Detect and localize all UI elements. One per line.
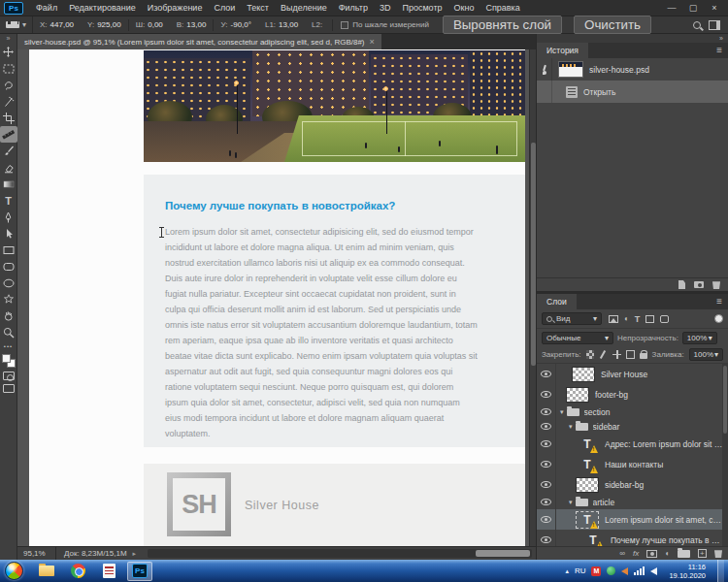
screen-mode-icon[interactable] [3,384,15,393]
lock-pixels-icon[interactable] [599,350,608,359]
zoom-tool-icon[interactable] [0,324,17,340]
layers-panel-tab[interactable]: Слои [537,294,577,309]
vertical-scrollbar[interactable] [529,49,536,546]
pen-tool-icon[interactable] [0,209,17,225]
zoom-level[interactable]: 95,1% [17,547,56,560]
taskbar-explorer[interactable] [34,562,59,581]
crop-tool-icon[interactable] [0,110,17,126]
layer-row[interactable]: T Наши контакты [537,454,728,474]
rounded-rectangle-tool-icon[interactable] [0,258,17,275]
show-desktop-button[interactable] [717,560,724,582]
history-brush-source-icon[interactable] [537,58,552,81]
new-snapshot-icon[interactable] [694,281,704,288]
move-tool-icon[interactable] [0,44,17,60]
filter-shape-layers-icon[interactable] [645,315,654,323]
panel-menu-icon[interactable]: ≡ [716,46,722,55]
lock-transparency-icon[interactable] [586,350,595,359]
menu-window[interactable]: Окно [448,3,480,13]
filter-type-layers-icon[interactable]: T [635,314,641,324]
adjustment-layer-icon[interactable]: ◐ [665,549,670,558]
layers-scrollbar[interactable] [722,364,728,546]
menu-help[interactable]: Справка [480,3,525,13]
ellipse-tool-icon[interactable] [0,275,17,291]
layer-group-row[interactable]: ▾ article [537,495,728,509]
blend-mode-dropdown[interactable]: Обычные ▾ [542,332,613,344]
visibility-eye-icon[interactable] [537,530,556,546]
toolbar-collapse-icon[interactable]: » [7,34,11,44]
layer-effects-icon[interactable]: fx [633,549,639,558]
brush-tool-icon[interactable] [0,143,17,159]
menu-select[interactable]: Выделение [275,3,333,13]
chevron-down-icon[interactable]: ▾ [569,423,573,431]
visibility-eye-icon[interactable] [537,495,556,509]
tray-green-icon[interactable] [607,566,615,575]
language-indicator[interactable]: RU [575,566,586,575]
tool-preset-picker[interactable]: ▾ [0,16,33,33]
workspace-switcher-icon[interactable] [709,20,720,30]
lock-all-icon[interactable] [640,353,647,359]
tab-close-icon[interactable]: × [370,37,375,47]
layers-scrollbar-thumb[interactable] [723,366,727,434]
new-layer-icon[interactable] [698,549,707,558]
close-icon[interactable]: × [705,2,724,15]
photoshop-app-icon[interactable]: Ps [4,2,23,15]
filter-pixel-layers-icon[interactable] [609,315,618,323]
visibility-eye-icon[interactable] [537,509,556,530]
ruler-tool-icon-selected[interactable] [0,126,17,143]
filter-adjustment-layers-icon[interactable]: ◐ [624,314,629,323]
restore-icon[interactable]: ▢ [683,2,703,15]
chevron-down-icon[interactable]: ▾ [569,499,573,506]
opacity-dropdown[interactable]: 100% ▾ [682,332,717,344]
menu-layers[interactable]: Слои [208,3,241,13]
menu-type[interactable]: Текст [241,3,275,13]
layer-group-row[interactable]: ▾ section [537,404,728,419]
path-selection-tool-icon[interactable] [0,225,17,242]
add-layer-mask-icon[interactable] [646,550,657,558]
color-swatches[interactable] [2,354,16,368]
filter-smart-objects-icon[interactable] [660,315,669,323]
quick-selection-tool-icon[interactable] [0,93,17,110]
menu-3d[interactable]: 3D [374,3,397,13]
eraser-tool-icon[interactable] [0,159,17,176]
layer-row[interactable]: Silver House [537,364,728,384]
canvas-area[interactable]: Почему лучше покупать в новостройках? Lo… [17,49,536,546]
chevron-down-icon[interactable]: ▾ [560,408,564,416]
taskbar-photoshop-active[interactable]: Ps [127,562,152,581]
panel-menu-icon[interactable]: ≡ [716,297,722,307]
hand-tool-icon[interactable] [0,307,17,324]
layer-row[interactable]: T Почему лучше покупать в новостройках? [537,530,728,546]
menu-image[interactable]: Изображение [142,3,209,13]
link-layers-icon[interactable]: ∞ [619,549,625,558]
layer-row[interactable]: sidebar-bg [537,474,728,495]
edit-toolbar-icon[interactable]: ••• [4,340,13,352]
visibility-eye-icon[interactable] [537,434,556,454]
straighten-layer-button[interactable]: Выровнять слой [443,16,562,34]
delete-state-icon[interactable] [712,280,720,289]
layer-group-row[interactable]: ▾ sidebar [537,419,728,434]
tray-audio-icon[interactable] [621,567,628,575]
lock-artboard-icon[interactable] [626,350,635,359]
collapse-panels-icon[interactable]: » [537,34,728,43]
volume-icon[interactable] [650,567,657,575]
filter-kind-dropdown[interactable]: Вид ▾ [542,312,602,325]
visibility-eye-icon[interactable] [537,474,556,495]
menu-filter[interactable]: Фильтр [333,3,374,13]
layer-row-selected[interactable]: T Lorem ipsum dolor sit amet, consectetu… [537,509,728,530]
taskbar-chrome[interactable] [65,562,90,581]
lasso-tool-icon[interactable] [0,77,17,93]
quick-mask-icon[interactable] [3,372,15,380]
new-document-from-state-icon[interactable] [678,280,685,289]
clear-button[interactable]: Очистить [574,16,651,34]
marquee-tool-icon[interactable] [0,60,17,77]
type-tool-icon[interactable]: T [0,192,17,209]
search-icon[interactable] [693,21,701,29]
delete-layer-icon[interactable] [714,549,722,558]
menu-view[interactable]: Просмотр [396,3,447,13]
horizontal-scrollbar-thumb[interactable] [476,550,530,557]
document-tab[interactable]: silver-house.psd @ 95,1% (Lorem ipsum do… [17,34,381,49]
network-icon[interactable] [634,566,645,575]
history-panel-tab[interactable]: История [537,43,588,58]
tray-expand-icon[interactable]: ▴ [565,567,569,575]
mail-agent-icon[interactable]: M [591,566,601,576]
custom-shape-tool-icon[interactable] [0,291,17,307]
